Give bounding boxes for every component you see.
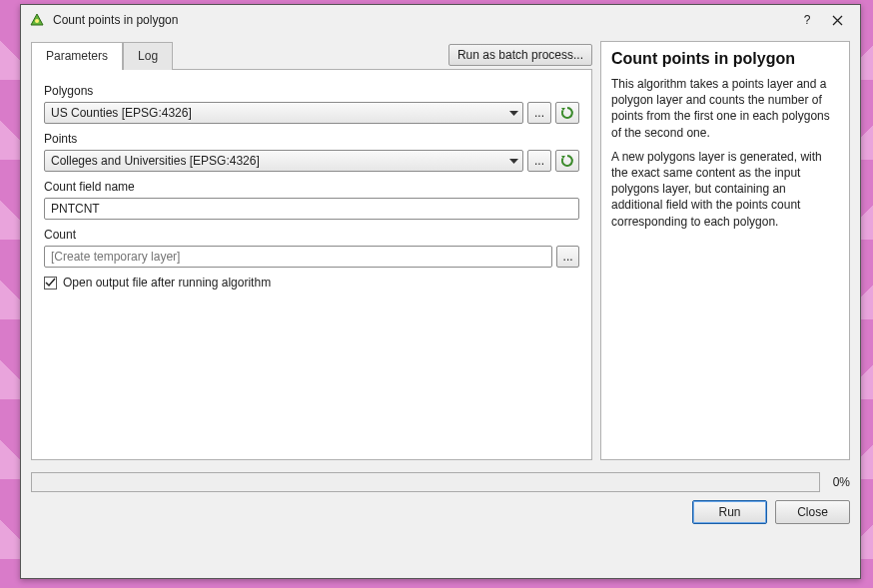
reload-icon [560, 106, 574, 120]
points-combo-text: Colleges and Universities [EPSG:4326] [51, 154, 260, 168]
ellipsis-icon: ... [563, 250, 573, 264]
close-button[interactable]: Close [775, 500, 850, 524]
help-text-1: This algorithm takes a points layer and … [611, 76, 839, 141]
polygons-combo[interactable]: US Counties [EPSG:4326] [44, 102, 523, 124]
countfield-label: Count field name [44, 180, 579, 194]
help-panel: Count points in polygon This algorithm t… [600, 41, 850, 460]
count-browse-button[interactable]: ... [556, 246, 579, 268]
close-window-button[interactable] [822, 7, 852, 33]
points-browse-button[interactable]: ... [527, 150, 551, 172]
points-label: Points [44, 132, 579, 146]
polygons-combo-text: US Counties [EPSG:4326] [51, 106, 192, 120]
points-combo[interactable]: Colleges and Universities [EPSG:4326] [44, 150, 523, 172]
left-panel: Parameters Log Run as batch process... P… [31, 41, 592, 460]
chevron-down-icon [509, 106, 518, 120]
help-text-2: A new polygons layer is generated, with … [611, 149, 839, 230]
chevron-down-icon [509, 154, 518, 168]
footer-buttons: Run Close [31, 496, 850, 534]
polygons-reload-button[interactable] [555, 102, 579, 124]
app-icon [29, 12, 45, 28]
points-row: Colleges and Universities [EPSG:4326] ..… [44, 150, 579, 172]
main-area: Parameters Log Run as batch process... P… [21, 35, 860, 578]
open-output-row: Open output file after running algorithm [44, 276, 579, 290]
ellipsis-icon: ... [534, 106, 544, 120]
help-title: Count points in polygon [611, 50, 839, 68]
polygons-browse-button[interactable]: ... [527, 102, 551, 124]
points-reload-button[interactable] [555, 150, 579, 172]
tab-header: Parameters Log Run as batch process... [31, 41, 592, 69]
top-row: Parameters Log Run as batch process... P… [31, 41, 850, 460]
tab-parameters[interactable]: Parameters [31, 42, 123, 70]
svg-text:?: ? [804, 14, 811, 26]
titlebar: Count points in polygon ? [21, 5, 860, 35]
parameters-body: Polygons US Counties [EPSG:4326] ... Poi… [31, 69, 592, 460]
progress-percent: 0% [828, 475, 850, 489]
dialog-window: Count points in polygon ? Parameters Log… [20, 4, 861, 579]
window-title: Count points in polygon [53, 13, 792, 27]
polygons-row: US Counties [EPSG:4326] ... [44, 102, 579, 124]
run-batch-button[interactable]: Run as batch process... [448, 44, 592, 66]
tab-log[interactable]: Log [123, 42, 173, 70]
open-output-label: Open output file after running algorithm [63, 276, 271, 290]
open-output-checkbox[interactable] [44, 277, 57, 290]
progress-row: 0% [31, 472, 850, 492]
count-row: ... [44, 246, 579, 268]
svg-point-0 [35, 19, 39, 23]
check-icon [45, 278, 56, 289]
polygons-label: Polygons [44, 84, 579, 98]
count-label: Count [44, 228, 579, 242]
ellipsis-icon: ... [534, 154, 544, 168]
help-button[interactable]: ? [792, 7, 822, 33]
run-button[interactable]: Run [692, 500, 767, 524]
countfield-input[interactable] [44, 198, 579, 220]
count-output-input[interactable] [44, 246, 552, 268]
progress-bar [31, 472, 820, 492]
reload-icon [560, 154, 574, 168]
